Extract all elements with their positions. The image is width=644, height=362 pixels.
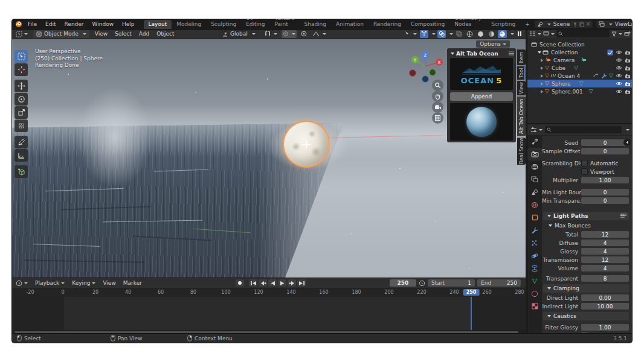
volume-field[interactable]: 4	[581, 265, 629, 272]
timecode-clock-icon[interactable]	[419, 280, 425, 287]
max-bounces-panel-header[interactable]: Max Bounces	[547, 221, 629, 229]
jump-to-start-button[interactable]	[249, 279, 257, 287]
tool-transform[interactable]	[14, 119, 28, 132]
add-workspace-button[interactable]: +	[520, 20, 535, 29]
disable-render-camera-icon[interactable]	[625, 81, 631, 86]
disable-render-camera-icon[interactable]	[625, 89, 631, 94]
menu-edit[interactable]: Edit	[41, 21, 60, 27]
scene-selector[interactable]: Scene	[535, 21, 593, 28]
auto-keying-button[interactable]	[236, 279, 244, 287]
unlink-scene-icon[interactable]	[586, 22, 590, 26]
caustics-panel-header[interactable]: Caustics	[543, 312, 629, 320]
min-transparent-field[interactable]: 0	[581, 197, 629, 204]
expand-icon[interactable]	[541, 66, 543, 70]
viewport-checkbox[interactable]	[581, 168, 588, 175]
outliner-display-mode-button[interactable]	[543, 31, 555, 37]
workspace-tab-compositing[interactable]: Compositing	[406, 20, 449, 29]
tool-add-primitive[interactable]	[14, 165, 28, 178]
tab-particles[interactable]	[527, 237, 542, 249]
next-keyframe-button[interactable]	[288, 279, 296, 287]
preset-menu-icon[interactable]	[620, 214, 626, 218]
orientation-selector[interactable]: Global	[219, 30, 259, 38]
menu-keying[interactable]: Keying	[68, 280, 99, 286]
hide-eye-icon[interactable]	[616, 74, 622, 78]
shading-rendered-button[interactable]	[498, 30, 507, 38]
menu-render[interactable]: Render	[60, 21, 88, 27]
end-frame-field[interactable]: End250	[477, 279, 521, 287]
collection-checkbox[interactable]	[607, 49, 613, 56]
tab-object[interactable]	[527, 211, 542, 224]
orthographic-toggle-button[interactable]	[432, 112, 443, 124]
disable-render-camera-icon[interactable]	[625, 66, 631, 71]
expand-icon[interactable]	[541, 59, 543, 62]
properties-search-input[interactable]	[545, 126, 622, 133]
tool-rotate[interactable]	[14, 93, 28, 106]
hide-eye-icon[interactable]	[616, 81, 622, 86]
falloff-selector[interactable]	[311, 30, 327, 38]
expand-icon[interactable]	[541, 74, 543, 78]
panel-menu-icon[interactable]	[509, 51, 514, 56]
start-frame-field[interactable]: Start1	[428, 279, 475, 287]
outliner-row-collection[interactable]: Collection	[527, 48, 632, 56]
shading-wireframe-button[interactable]	[465, 30, 474, 38]
npanel-header[interactable]: Alt Tab Ocean	[449, 49, 514, 57]
new-scene-icon[interactable]	[579, 22, 584, 27]
overlays-toggle[interactable]	[437, 30, 446, 38]
new-collection-button[interactable]	[624, 31, 631, 37]
clamping-panel-header[interactable]: Clamping	[543, 284, 629, 293]
workspace-tab-layout[interactable]: Layout	[144, 20, 172, 29]
camera-data-icon[interactable]	[581, 57, 587, 63]
workspace-tab-texture-paint[interactable]: Texture Paint	[270, 19, 300, 29]
tab-scene[interactable]	[527, 186, 542, 198]
tab-physics[interactable]	[527, 249, 542, 262]
seed-field[interactable]: 0	[581, 139, 629, 146]
workspace-tab-modeling[interactable]: Modeling	[172, 20, 206, 29]
hide-eye-icon[interactable]	[616, 66, 622, 70]
tool-select-box[interactable]	[14, 50, 28, 63]
pause-render-button[interactable]	[516, 30, 523, 38]
outliner-search-input[interactable]	[556, 30, 610, 37]
snap-toggle[interactable]	[263, 30, 279, 38]
menu-marker[interactable]: Marker	[120, 280, 146, 286]
sidebar-tab-view[interactable]: View	[517, 81, 526, 95]
properties-editor-type-button[interactable]	[530, 127, 543, 133]
tab-world[interactable]	[527, 198, 542, 211]
menu-file[interactable]: File	[24, 21, 41, 27]
playhead-line[interactable]	[471, 297, 472, 330]
gizmos-toggle[interactable]	[420, 30, 428, 38]
menu-help[interactable]: Help	[118, 21, 139, 27]
expand-icon[interactable]	[541, 82, 543, 86]
sample-offset-field[interactable]: 0	[581, 148, 629, 154]
tab-output[interactable]	[527, 160, 542, 173]
play-button[interactable]	[278, 279, 286, 287]
min-light-field[interactable]: 0	[581, 189, 629, 195]
direct-light-field[interactable]: 0.00	[581, 294, 629, 301]
workspace-tab-shading[interactable]: Shading	[299, 20, 331, 29]
tab-view-layer[interactable]	[527, 173, 542, 186]
tab-object-data[interactable]: ▽	[527, 275, 542, 287]
sidebar-tab-item[interactable]: Item	[517, 49, 526, 65]
tab-material[interactable]	[527, 287, 542, 300]
disable-render-camera-icon[interactable]	[625, 58, 631, 63]
tool-move[interactable]	[14, 80, 28, 92]
tab-render[interactable]	[527, 148, 542, 160]
disable-render-camera-icon[interactable]	[625, 74, 631, 78]
transparent-field[interactable]: 8	[581, 275, 629, 282]
menu-window[interactable]: Window	[88, 21, 118, 27]
outliner-editor-type-button[interactable]	[529, 31, 541, 37]
tool-measure[interactable]	[14, 149, 28, 162]
jump-to-end-button[interactable]	[297, 279, 306, 287]
current-frame-field[interactable]: 250	[390, 279, 416, 287]
pan-button[interactable]	[432, 91, 443, 102]
hide-eye-icon[interactable]	[616, 50, 622, 54]
tab-constraints[interactable]	[527, 262, 542, 275]
tool-cursor[interactable]	[14, 63, 28, 76]
outliner-row-ocean4[interactable]: ▽ Ocean 4 ▽	[527, 72, 632, 80]
workspace-tab-rendering[interactable]: Rendering	[369, 20, 406, 29]
tab-tool[interactable]	[527, 135, 542, 148]
mesh-data-icon[interactable]: ▽	[574, 65, 578, 71]
editor-type-button[interactable]	[12, 31, 31, 37]
xray-toggle[interactable]	[455, 30, 463, 38]
sidebar-tab-real-snow[interactable]: Real Snow	[517, 138, 526, 165]
workspace-tab-animation[interactable]: Animation	[331, 20, 369, 29]
